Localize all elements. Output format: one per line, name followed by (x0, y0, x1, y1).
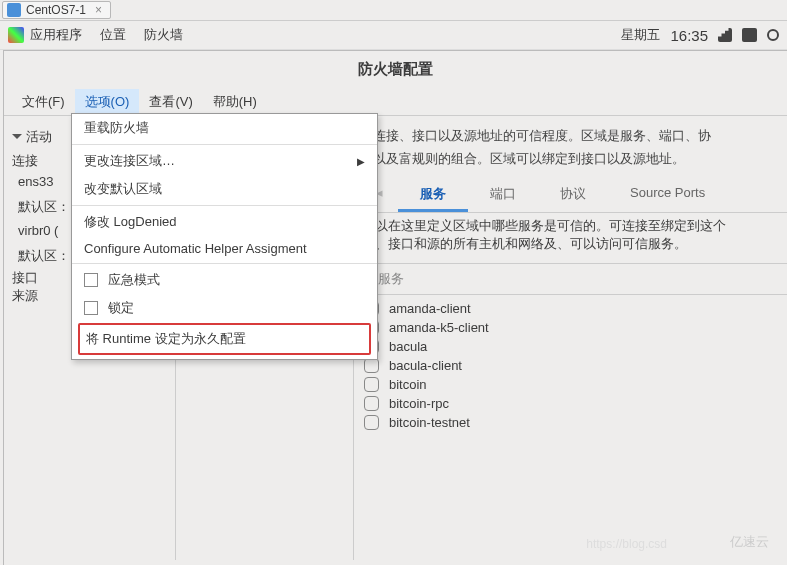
menu-runtime-permanent[interactable]: 将 Runtime 设定为永久配置 (78, 323, 371, 355)
service-label: bacula (389, 339, 427, 354)
menu-lockdown[interactable]: 锁定 (72, 294, 377, 322)
menu-change-default[interactable]: 改变默认区域 (72, 175, 377, 203)
checkbox-icon (84, 273, 98, 287)
service-label: bitcoin (389, 377, 427, 392)
volume-icon[interactable] (742, 28, 757, 42)
service-label: amanda-client (389, 301, 471, 316)
places-menu[interactable]: 位置 (100, 26, 126, 44)
service-row[interactable]: bitcoin (354, 375, 787, 394)
checkbox-icon[interactable] (364, 396, 379, 411)
menu-view[interactable]: 查看(V) (139, 89, 202, 115)
menu-panic[interactable]: 应急模式 (72, 266, 377, 294)
zone-tabs: ◂ 服务 端口 协议 Source Ports (354, 179, 787, 213)
service-label: bitcoin-testnet (389, 415, 470, 430)
network-icon[interactable] (718, 28, 732, 42)
services-header: 服务 (354, 264, 787, 295)
vm-tab[interactable]: CentOS7-1 × (2, 1, 111, 19)
menubar: 文件(F) 选项(O) 查看(V) 帮助(H) (4, 88, 787, 116)
service-label: amanda-k5-client (389, 320, 489, 335)
close-icon[interactable]: × (95, 3, 102, 17)
apps-menu[interactable]: 应用程序 (30, 26, 82, 44)
zone-desc-l2: 虑以及富规则的组合。区域可以绑定到接口以及源地址。 (360, 147, 781, 170)
svc-desc-l2: 接、接口和源的所有主机和网络及、可以访问可信服务。 (362, 235, 779, 253)
day-label: 星期五 (621, 26, 660, 44)
clock: 16:35 (670, 27, 708, 44)
vm-tab-label: CentOS7-1 (26, 3, 86, 17)
checkbox-icon[interactable] (364, 415, 379, 430)
tab-protocols[interactable]: 协议 (538, 179, 608, 212)
power-icon[interactable] (767, 29, 779, 41)
service-label: bacula-client (389, 358, 462, 373)
checkbox-icon[interactable] (364, 358, 379, 373)
tab-services[interactable]: 服务 (398, 179, 468, 212)
activities-icon[interactable] (8, 27, 24, 43)
tab-source-ports[interactable]: Source Ports (608, 179, 727, 212)
vm-icon (7, 3, 21, 17)
zone-desc-l1: 络连接、接口以及源地址的可信程度。区域是服务、端口、协 (360, 124, 781, 147)
menu-helper[interactable]: Configure Automatic Helper Assigment (72, 236, 377, 261)
submenu-arrow-icon: ▶ (357, 156, 365, 167)
menu-options[interactable]: 选项(O) (75, 89, 140, 115)
svc-desc-l1: 可以在这里定义区域中哪些服务是可信的。可连接至绑定到这个 (362, 217, 779, 235)
gnome-top-panel: 应用程序 位置 防火墙 星期五 16:35 (0, 20, 787, 50)
checkbox-icon (84, 301, 98, 315)
service-row[interactable]: bitcoin-testnet (354, 413, 787, 432)
tab-ports[interactable]: 端口 (468, 179, 538, 212)
service-row[interactable]: bitcoin-rpc (354, 394, 787, 413)
menu-file[interactable]: 文件(F) (12, 89, 75, 115)
options-dropdown: 重载防火墙 更改连接区域…▶ 改变默认区域 修改 LogDenied Confi… (71, 113, 378, 360)
menu-help[interactable]: 帮助(H) (203, 89, 267, 115)
services-list: amanda-clientamanda-k5-clientbaculabacul… (354, 295, 787, 436)
window-title: 防火墙配置 (4, 51, 787, 88)
menu-log-denied[interactable]: 修改 LogDenied (72, 208, 377, 236)
active-label: 活动 (26, 128, 52, 146)
checkbox-icon[interactable] (364, 377, 379, 392)
watermark-url: https://blog.csd (586, 537, 667, 551)
menu-reload[interactable]: 重载防火墙 (72, 114, 377, 142)
service-label: bitcoin-rpc (389, 396, 449, 411)
firewall-app-label[interactable]: 防火墙 (144, 26, 183, 44)
service-row[interactable]: amanda-k5-client (354, 318, 787, 337)
service-row[interactable]: amanda-client (354, 299, 787, 318)
menu-change-zones[interactable]: 更改连接区域…▶ (72, 147, 377, 175)
service-row[interactable]: bacula (354, 337, 787, 356)
chevron-down-icon[interactable] (12, 130, 22, 145)
service-row[interactable]: bacula-client (354, 356, 787, 375)
